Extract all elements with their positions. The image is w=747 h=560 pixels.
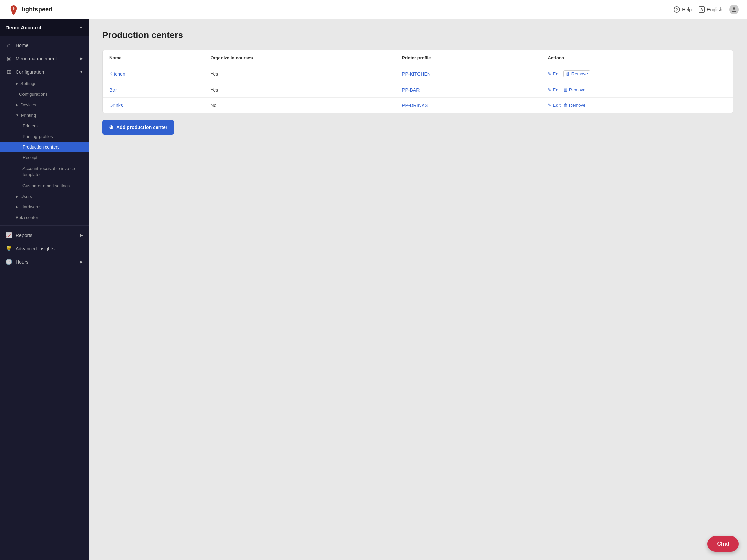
topbar-actions: ? Help A English — [674, 5, 739, 14]
remove-icon: 🗑 — [563, 103, 568, 108]
table-row: Bar Yes PP-BAR ✎ Edit 🗑 — [103, 82, 733, 98]
menu-icon: ◉ — [5, 55, 12, 62]
hours-expand-icon: ▶ — [80, 260, 83, 264]
home-icon: ⌂ — [5, 42, 12, 48]
row-kitchen-actions: ✎ Edit 🗑 Remove — [541, 65, 733, 82]
logo[interactable]: lightspeed — [8, 4, 52, 15]
page-title: Production centers — [102, 30, 733, 41]
bar-edit-button[interactable]: ✎ Edit — [548, 87, 560, 92]
add-icon: ⊕ — [109, 124, 113, 130]
bar-remove-button[interactable]: 🗑 Remove — [563, 87, 585, 92]
svg-point-0 — [733, 7, 735, 10]
table-row: Drinks No PP-DRINKS ✎ Edit 🗑 — [103, 98, 733, 113]
sidebar-item-home-label: Home — [16, 43, 28, 48]
topbar: lightspeed ? Help A English — [0, 0, 747, 19]
main-layout: Demo Account ▼ ⌂ Home ◉ Menu management … — [0, 19, 747, 560]
remove-icon: 🗑 — [566, 71, 570, 76]
reports-expand-icon: ▶ — [80, 233, 83, 237]
devices-expand-icon: ▶ — [16, 103, 18, 107]
col-printer: Printer profile — [395, 50, 541, 65]
sidebar-item-beta-center[interactable]: Beta center — [0, 212, 89, 223]
drinks-edit-button[interactable]: ✎ Edit — [548, 103, 560, 108]
content-area: Production centers Name Organize in cour… — [89, 19, 747, 560]
sidebar-item-menu-management[interactable]: ◉ Menu management ▶ — [0, 52, 89, 65]
sidebar-item-hours[interactable]: 🕐 Hours ▶ — [0, 255, 89, 268]
account-selector[interactable]: Demo Account ▼ — [0, 19, 89, 36]
sidebar-item-menu-label: Menu management — [16, 56, 57, 61]
sidebar-item-configuration[interactable]: ⊞ Configuration ▼ — [0, 65, 89, 78]
menu-expand-icon: ▶ — [80, 57, 83, 60]
col-actions: Actions — [541, 50, 733, 65]
reports-icon: 📈 — [5, 232, 12, 238]
account-name: Demo Account — [5, 25, 41, 30]
sidebar-item-devices[interactable]: ▶ Devices — [0, 99, 89, 110]
row-drinks-actions: ✎ Edit 🗑 Remove — [541, 98, 733, 112]
sidebar: Demo Account ▼ ⌂ Home ◉ Menu management … — [0, 19, 89, 560]
row-kitchen-printer: PP-KITCHEN — [395, 65, 541, 82]
sidebar-item-printing-profiles[interactable]: Printing profiles — [0, 131, 89, 142]
col-name: Name — [103, 50, 203, 65]
language-icon: A — [699, 6, 705, 13]
sidebar-item-home[interactable]: ⌂ Home — [0, 39, 89, 52]
row-drinks-organize: No — [203, 98, 395, 113]
hardware-expand-icon: ▶ — [16, 205, 18, 209]
drinks-remove-button[interactable]: 🗑 Remove — [563, 103, 585, 108]
chat-button[interactable]: Chat — [707, 536, 739, 552]
sidebar-item-invoice-template[interactable]: Account receivable invoice template — [0, 163, 89, 181]
sidebar-item-configurations[interactable]: Configurations — [0, 89, 89, 99]
config-icon: ⊞ — [5, 68, 12, 75]
sidebar-item-hardware[interactable]: ▶ Hardware — [0, 202, 89, 212]
hours-icon: 🕐 — [5, 259, 12, 265]
sidebar-item-customer-email[interactable]: Customer email settings — [0, 181, 89, 191]
account-dropdown-icon: ▼ — [79, 25, 83, 30]
sidebar-item-config-label: Configuration — [16, 69, 44, 75]
sidebar-item-settings[interactable]: ▶ Settings — [0, 78, 89, 89]
row-bar-actions: ✎ Edit 🗑 Remove — [541, 82, 733, 97]
bar-printer-link[interactable]: PP-BAR — [402, 87, 420, 93]
sidebar-item-production-centers[interactable]: Production centers — [0, 142, 89, 152]
sidebar-item-reports[interactable]: 📈 Reports ▶ — [0, 229, 89, 242]
kitchen-link[interactable]: Kitchen — [109, 71, 125, 77]
table-row: Kitchen Yes PP-KITCHEN ✎ Edit — [103, 65, 733, 82]
sidebar-item-receipt[interactable]: Receipt — [0, 152, 89, 163]
logo-text: lightspeed — [22, 6, 52, 13]
nav-divider-1 — [0, 225, 89, 226]
user-avatar[interactable] — [729, 5, 739, 14]
bar-link[interactable]: Bar — [109, 87, 117, 93]
kitchen-printer-link[interactable]: PP-KITCHEN — [402, 71, 431, 77]
users-expand-icon: ▶ — [16, 195, 18, 198]
table-header-row: Name Organize in courses Printer profile… — [103, 50, 733, 65]
edit-icon: ✎ — [548, 71, 551, 76]
help-link[interactable]: ? Help — [674, 6, 692, 13]
production-centers-table-card: Name Organize in courses Printer profile… — [102, 50, 733, 113]
kitchen-edit-button[interactable]: ✎ Edit — [548, 71, 560, 76]
help-icon: ? — [674, 6, 680, 13]
insights-icon: 💡 — [5, 245, 12, 252]
sidebar-item-users[interactable]: ▶ Users — [0, 191, 89, 202]
production-centers-table: Name Organize in courses Printer profile… — [103, 50, 733, 113]
row-kitchen-organize: Yes — [203, 65, 395, 82]
row-drinks-name: Drinks — [103, 98, 203, 113]
remove-icon: 🗑 — [563, 87, 568, 92]
kitchen-remove-button[interactable]: 🗑 Remove — [563, 70, 590, 77]
row-bar-organize: Yes — [203, 82, 395, 98]
settings-expand-icon: ▶ — [16, 82, 18, 85]
edit-icon: ✎ — [548, 87, 551, 92]
add-production-center-button[interactable]: ⊕ Add production center — [102, 120, 174, 135]
printing-expand-icon: ▼ — [16, 113, 19, 117]
row-bar-name: Bar — [103, 82, 203, 98]
col-organize: Organize in courses — [203, 50, 395, 65]
edit-icon: ✎ — [548, 103, 551, 108]
language-selector[interactable]: A English — [699, 6, 722, 13]
drinks-link[interactable]: Drinks — [109, 103, 123, 108]
sidebar-nav: ⌂ Home ◉ Menu management ▶ ⊞ Configurati… — [0, 36, 89, 560]
sidebar-item-printing[interactable]: ▼ Printing — [0, 110, 89, 121]
row-bar-printer: PP-BAR — [395, 82, 541, 98]
row-kitchen-name: Kitchen — [103, 65, 203, 82]
sidebar-item-printers[interactable]: Printers — [0, 121, 89, 131]
config-expand-icon: ▼ — [80, 70, 83, 74]
row-drinks-printer: PP-DRINKS — [395, 98, 541, 113]
sidebar-item-advanced-insights[interactable]: 💡 Advanced insights — [0, 242, 89, 255]
drinks-printer-link[interactable]: PP-DRINKS — [402, 103, 428, 108]
